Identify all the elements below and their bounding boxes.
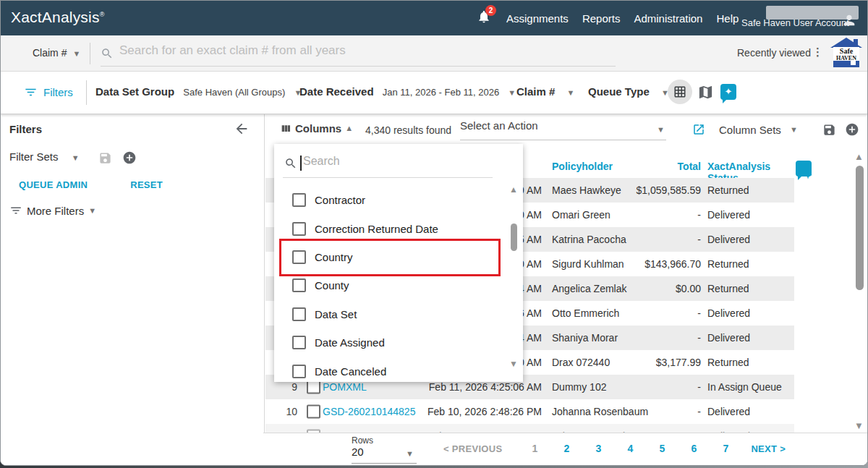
page-scrollbar-thumb[interactable] — [856, 166, 864, 290]
save-column-set-button[interactable] — [822, 123, 836, 137]
save-filter-set-button[interactable] — [98, 151, 112, 165]
open-in-new-button[interactable] — [692, 123, 705, 136]
page-button-1[interactable]: 1 — [529, 443, 540, 454]
search-scope-dropdown[interactable]: Claim #▼ — [33, 47, 80, 59]
page-button-6[interactable]: 6 — [689, 443, 699, 454]
page-button-5[interactable]: 5 — [657, 443, 667, 454]
date-received-cell: Feb 10, 2026 2:48:26 PM — [417, 406, 542, 417]
account-label[interactable]: Safe Haven User Account — [741, 17, 849, 28]
notifications-button[interactable]: 2 — [477, 9, 495, 28]
columns-dropdown-panel: ContractorCorrection Returned DateCountr… — [274, 144, 523, 382]
total-cell: - — [613, 234, 701, 245]
chevron-down-icon: ▼ — [72, 49, 80, 58]
grid-view-button[interactable] — [668, 80, 692, 104]
sidebar-actions: QUEUE ADMIN RESET — [19, 179, 163, 190]
column-option-label: Date Canceled — [315, 365, 386, 378]
nav-administration[interactable]: Administration — [634, 12, 702, 25]
rows-value: 20 — [352, 446, 364, 458]
page-scroll-up-icon[interactable]: ▲ — [854, 151, 864, 162]
status-cell: Delivered — [707, 406, 750, 417]
column-option-label: County — [315, 279, 349, 292]
column-option[interactable]: Contractor — [274, 186, 506, 214]
recently-viewed-button[interactable]: Recently viewed — [737, 47, 811, 59]
nav-reports[interactable]: Reports — [582, 12, 621, 25]
status-cell: In Assign Queue — [707, 381, 782, 393]
queue-admin-link[interactable]: QUEUE ADMIN — [19, 179, 88, 190]
page-button-3[interactable]: 3 — [593, 443, 603, 454]
total-cell: $0.00 — [613, 283, 701, 294]
chevron-down-icon: ▼ — [406, 450, 414, 458]
table-row[interactable]: 10GSD-260210144825Feb 10, 2026 2:48:26 P… — [265, 399, 794, 424]
scroll-up-arrow-icon[interactable]: ▲ — [509, 184, 518, 195]
column-header-policyholder[interactable]: Policyholder — [552, 161, 613, 172]
filter-sets-dropdown[interactable]: Filter Sets ▼ — [9, 150, 137, 165]
checkbox[interactable] — [292, 307, 306, 321]
checkbox[interactable] — [292, 222, 306, 236]
checkbox[interactable] — [307, 405, 320, 419]
rows-label: Rows — [352, 435, 373, 446]
claim-search-field — [101, 41, 616, 67]
chevron-down-icon: ▼ — [508, 88, 516, 97]
claim-number-filter[interactable]: Claim # ▼ — [516, 85, 574, 98]
page-button-2[interactable]: 2 — [561, 443, 571, 454]
desktop-background: XactAnalysis® 2 Assignments Reports Admi… — [0, 0, 868, 468]
column-option[interactable]: Data Set — [274, 300, 506, 328]
collapse-sidebar-button[interactable] — [234, 121, 250, 137]
data-set-group-filter[interactable]: Data Set Group Safe Haven (All Groups) ▼ — [95, 85, 302, 98]
assignment-pin-button[interactable]: ✦ — [720, 84, 736, 100]
map-view-button[interactable] — [697, 84, 714, 101]
app-window: XactAnalysis® 2 Assignments Reports Admi… — [0, 0, 868, 466]
results-toolbar: Columns ▲ 4,340 results found Select an … — [265, 116, 867, 147]
user-account-icon[interactable] — [841, 12, 857, 28]
add-column-pin-button[interactable]: ✦ — [796, 161, 812, 176]
total-cell: $143,966.70 — [613, 258, 701, 270]
chevron-down-icon: ▼ — [567, 88, 575, 97]
columns-menu-button[interactable]: Columns ▲ — [280, 122, 353, 135]
column-search-input[interactable] — [302, 154, 485, 169]
page-button-7[interactable]: 7 — [720, 443, 731, 454]
claim-search-bar: Claim #▼ Recently viewed ⋮ — [1, 35, 867, 72]
chevron-up-icon: ▲ — [345, 124, 353, 132]
page-scroll-down-icon[interactable]: ▼ — [854, 420, 864, 431]
status-cell: Returned — [707, 258, 749, 270]
claim-search-input[interactable] — [118, 43, 613, 59]
scroll-down-arrow-icon[interactable]: ▼ — [509, 359, 518, 369]
filter-list-icon — [9, 204, 22, 217]
column-option[interactable]: Date Assigned — [274, 328, 506, 357]
checkbox[interactable] — [292, 336, 306, 349]
column-header-total[interactable]: Total — [613, 161, 701, 172]
claim-link[interactable]: GSD-260210144825 — [323, 406, 415, 417]
page-button-4[interactable]: 4 — [625, 443, 635, 454]
nav-help[interactable]: Help — [716, 12, 739, 25]
add-filter-set-button[interactable] — [122, 150, 137, 165]
grid-view-icon — [673, 85, 686, 98]
rows-per-page-select[interactable]: Rows 20 ▼ — [352, 435, 417, 464]
kebab-menu-icon[interactable]: ⋮ — [812, 46, 823, 59]
chevron-down-icon: ▼ — [88, 207, 96, 215]
total-cell: - — [613, 209, 701, 221]
sidebar-title: Filters — [9, 123, 42, 135]
policyholder-cell: Drax 072440 — [552, 357, 610, 368]
app-logo[interactable]: XactAnalysis® — [11, 9, 104, 26]
status-cell: Returned — [707, 357, 749, 368]
queue-type-filter[interactable]: Queue Type ▼ — [588, 85, 669, 98]
total-cell: - — [613, 307, 701, 319]
checkbox[interactable] — [292, 193, 306, 207]
nav-assignments[interactable]: Assignments — [506, 12, 569, 25]
scrollbar-thumb[interactable] — [511, 224, 517, 251]
reset-link[interactable]: RESET — [130, 179, 163, 190]
checkbox[interactable] — [292, 365, 306, 378]
next-page-button[interactable]: NEXT > — [751, 443, 786, 454]
notification-count-badge: 2 — [485, 5, 496, 16]
more-filters-toggle[interactable]: More Filters ▼ — [9, 204, 96, 217]
add-column-set-button[interactable] — [845, 122, 859, 137]
previous-page-button[interactable]: < PREVIOUS — [443, 443, 502, 454]
policyholder-cell: Otto Emmerich — [552, 307, 619, 319]
column-option[interactable]: Date Canceled — [274, 357, 506, 385]
action-select[interactable]: Select an Action ▼ — [460, 119, 666, 140]
date-received-filter[interactable]: Date Received Jan 11, 2026 - Feb 11, 202… — [299, 85, 516, 98]
filters-sidebar: Filters Filter Sets ▼ QUEUE ADMIN RESET … — [1, 114, 265, 465]
filters-toggle[interactable]: Filters — [24, 85, 73, 99]
checkbox[interactable] — [292, 278, 306, 292]
column-sets-dropdown[interactable]: Column Sets ▼ — [719, 122, 859, 137]
